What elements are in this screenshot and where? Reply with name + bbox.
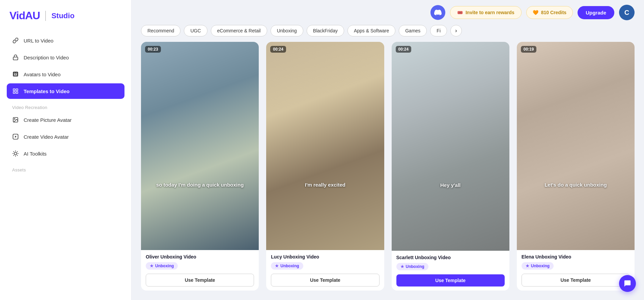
tag-label-oliver: Unboxing xyxy=(155,264,174,268)
link-icon xyxy=(12,37,19,44)
studio-label: Studio xyxy=(51,11,74,20)
filter-next-button[interactable]: › xyxy=(450,25,462,36)
invite-label: Invite to earn rewards xyxy=(466,10,514,15)
video-duration-elena: 00:19 xyxy=(521,46,537,53)
topbar: 🎟️ Invite to earn rewards 🧡 810 Credits … xyxy=(132,0,644,25)
filter-ugc[interactable]: UGC xyxy=(184,25,207,36)
filter-blackfriday[interactable]: BlackFriday xyxy=(307,25,344,36)
tag-label-elena: Unboxing xyxy=(531,264,550,268)
filter-bar: Recommend UGC eCommerce & Retail Unboxin… xyxy=(132,25,644,42)
svg-rect-4 xyxy=(13,92,15,93)
svg-rect-2 xyxy=(13,89,15,90)
sidebar-nav: URL to Video Description to Video Avatar… xyxy=(7,33,124,100)
invite-button[interactable]: 🎟️ Invite to earn rewards xyxy=(450,6,522,19)
section-assets: Assets xyxy=(7,163,124,174)
star-icon: ★ xyxy=(526,264,529,268)
sidebar-item-ai-toolkits[interactable]: AI Toolkits xyxy=(7,146,124,161)
filter-fi[interactable]: Fi xyxy=(430,25,447,36)
video-thumb-elena: 00:19 Let's do a quick unboxing xyxy=(517,42,635,250)
sidebar-item-url-to-video[interactable]: URL to Video xyxy=(7,33,124,48)
video-card-lucy[interactable]: 00:24 I'm really excited Lucy Unboxing V… xyxy=(266,42,384,291)
svg-line-17 xyxy=(13,155,14,156)
sidebar-label-create-picture-avatar: Create Picture Avatar xyxy=(24,117,72,123)
logo-area: VidAU Studio xyxy=(7,9,124,22)
svg-rect-3 xyxy=(16,89,18,90)
sidebar-label-avatars-to-video: Avatars to Video xyxy=(24,72,61,77)
camera-icon xyxy=(12,71,19,78)
tag-label-lucy: Unboxing xyxy=(280,264,299,268)
video-title-lucy: Lucy Unboxing Video xyxy=(271,254,379,260)
toolkits-icon xyxy=(12,150,19,157)
sidebar-label-templates-to-video: Templates to Video xyxy=(24,88,69,94)
video-info-oliver: Oliver Unboxing Video ★ Unboxing Use Tem… xyxy=(141,250,259,291)
video-caption-elena: Let's do a quick unboxing xyxy=(517,182,635,188)
star-icon: ★ xyxy=(400,264,404,269)
tag-badge-oliver: ★ Unboxing xyxy=(146,262,178,270)
sidebar-label-url-to-video: URL to Video xyxy=(24,38,53,44)
video-title-elena: Elena Unboxing Video xyxy=(522,254,630,260)
use-template-oliver[interactable]: Use Template xyxy=(146,274,254,287)
svg-line-14 xyxy=(17,155,18,156)
sidebar-label-ai-toolkits: AI Toolkits xyxy=(24,151,47,157)
section-video-recreation: Video Recreation xyxy=(7,100,124,112)
use-template-lucy[interactable]: Use Template xyxy=(271,274,379,287)
filter-ecommerce[interactable]: eCommerce & Retail xyxy=(211,25,267,36)
sidebar-label-create-video-avatar: Create Video Avatar xyxy=(24,134,69,140)
credits-button[interactable]: 🧡 810 Credits xyxy=(526,6,573,19)
logo-divider xyxy=(45,11,46,21)
use-template-scarlett[interactable]: Use Template xyxy=(396,274,505,287)
video-card-scarlett[interactable]: 00:24 Hey y'all Scarlett Unboxing Video … xyxy=(392,42,509,291)
discord-button[interactable] xyxy=(430,5,445,20)
video-info-lucy: Lucy Unboxing Video ★ Unboxing Use Templ… xyxy=(266,250,384,291)
tag-badge-elena: ★ Unboxing xyxy=(522,262,554,270)
video-thumb-scarlett: 00:24 Hey y'all xyxy=(392,42,509,251)
logo: VidAU xyxy=(9,9,40,22)
svg-rect-5 xyxy=(16,92,18,93)
lock-icon xyxy=(12,54,19,61)
video-duration-lucy: 00:24 xyxy=(270,46,286,53)
svg-line-18 xyxy=(17,152,18,152)
upgrade-button[interactable]: Upgrade xyxy=(578,6,614,19)
sidebar-item-avatars-to-video[interactable]: Avatars to Video xyxy=(7,66,124,82)
sidebar-item-create-video-avatar[interactable]: Create Video Avatar xyxy=(7,129,124,144)
video-title-scarlett: Scarlett Unboxing Video xyxy=(396,255,505,260)
svg-point-10 xyxy=(14,152,17,155)
video-duration-oliver: 00:23 xyxy=(145,46,161,53)
chevron-right-icon: › xyxy=(455,28,457,34)
sidebar-item-templates-to-video[interactable]: Templates to Video xyxy=(7,83,124,99)
tag-badge-lucy: ★ Unboxing xyxy=(271,262,303,270)
video-duration-scarlett: 00:24 xyxy=(396,46,412,53)
use-template-elena[interactable]: Use Template xyxy=(522,274,630,287)
filter-apps-software[interactable]: Apps & Software xyxy=(347,25,395,36)
video-card-oliver[interactable]: 00:23 so today I'm doing a quick unboxin… xyxy=(141,42,259,291)
credits-icon: 🧡 xyxy=(533,10,538,15)
video-thumb-oliver: 00:23 so today I'm doing a quick unboxin… xyxy=(141,42,259,250)
filter-unboxing[interactable]: Unboxing xyxy=(271,25,303,36)
video-info-scarlett: Scarlett Unboxing Video ★ Unboxing Use T… xyxy=(392,251,509,291)
video-grid: 00:23 so today I'm doing a quick unboxin… xyxy=(132,42,644,300)
avatar[interactable]: C xyxy=(619,5,635,20)
tag-label-scarlett: Unboxing xyxy=(406,264,424,269)
filter-games[interactable]: Games xyxy=(399,25,427,36)
svg-rect-0 xyxy=(13,57,18,60)
video-thumb-lucy: 00:24 I'm really excited xyxy=(266,42,384,250)
chat-bubble-button[interactable] xyxy=(619,275,636,292)
video-caption-lucy: I'm really excited xyxy=(266,182,384,188)
video-caption-oliver: so today I'm doing a quick unboxing xyxy=(141,182,259,188)
sidebar-item-description-to-video[interactable]: Description to Video xyxy=(7,50,124,65)
filter-recommend[interactable]: Recommend xyxy=(141,25,180,36)
tag-badge-scarlett: ★ Unboxing xyxy=(396,263,428,270)
svg-point-7 xyxy=(14,118,15,119)
svg-point-1 xyxy=(15,73,17,75)
video-caption-scarlett: Hey y'all xyxy=(392,182,509,188)
sidebar-item-create-picture-avatar[interactable]: Create Picture Avatar xyxy=(7,112,124,128)
video-info-elena: Elena Unboxing Video ★ Unboxing Use Temp… xyxy=(517,250,635,291)
image-icon xyxy=(12,116,19,123)
star-icon: ★ xyxy=(275,264,279,268)
sidebar-label-description-to-video: Description to Video xyxy=(24,55,69,60)
play-icon xyxy=(12,133,19,140)
video-card-elena[interactable]: 00:19 Let's do a quick unboxing Elena Un… xyxy=(517,42,635,291)
credits-label: 810 Credits xyxy=(541,10,566,15)
main-content: 🎟️ Invite to earn rewards 🧡 810 Credits … xyxy=(132,0,644,300)
invite-icon: 🎟️ xyxy=(457,10,463,15)
